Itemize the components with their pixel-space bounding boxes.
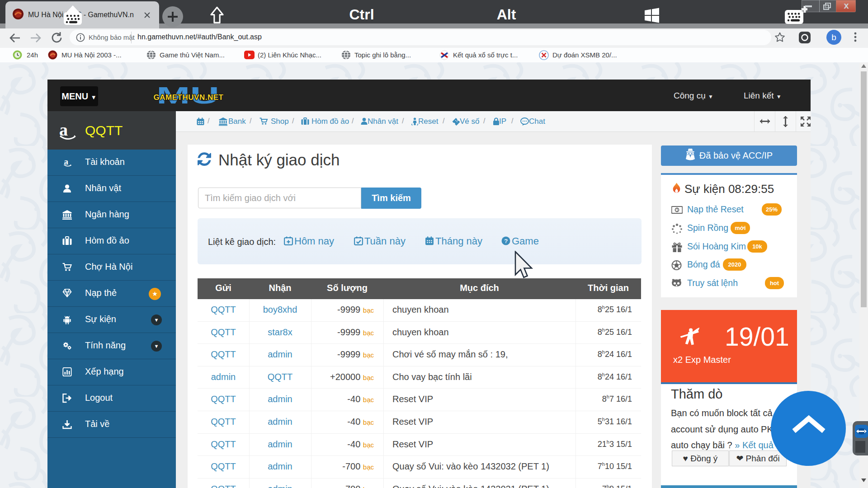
svg-text:1: 1: [676, 208, 679, 212]
svg-text:?: ?: [504, 238, 508, 244]
